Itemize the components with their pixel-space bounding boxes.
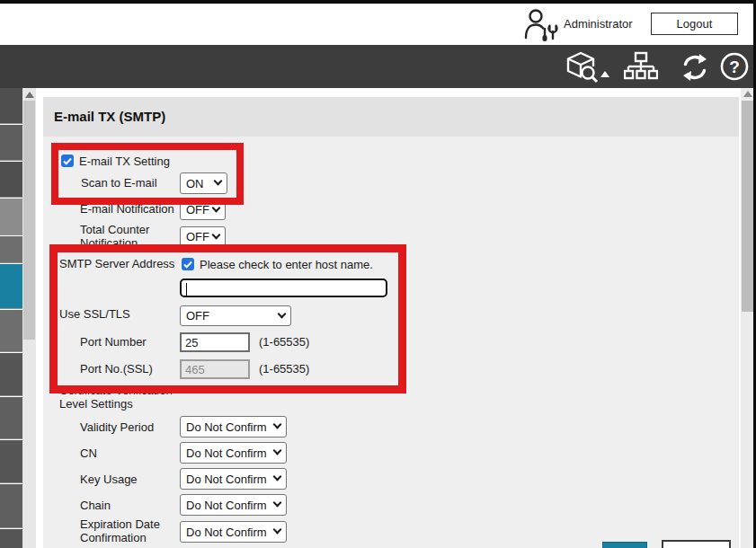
port-ssl-input — [180, 359, 250, 379]
svg-text:?: ? — [729, 57, 740, 76]
chevron-down-icon — [278, 309, 287, 318]
sidebar-item-active[interactable] — [0, 264, 22, 309]
expiration-date-confirmation-select[interactable]: Do Not Confirm — [180, 521, 287, 543]
chevron-down-icon — [212, 203, 221, 212]
hostname-checkbox[interactable] — [182, 258, 194, 270]
key-usage-value: Do Not Confirm — [186, 473, 267, 486]
sidebar-item[interactable] — [0, 353, 22, 396]
help-icon[interactable]: ? — [719, 51, 750, 82]
secondary-button-partial[interactable] — [662, 540, 731, 548]
text-caret — [186, 283, 187, 296]
chevron-down-icon — [273, 420, 282, 429]
chain-label: Chain — [80, 499, 111, 513]
email-tx-setting-label: E-mail TX Setting — [79, 155, 170, 169]
scan-to-email-value: ON — [186, 177, 204, 190]
sidebar-item[interactable] — [0, 440, 22, 483]
sidebar-item[interactable] — [0, 88, 22, 124]
email-notification-value: OFF — [186, 203, 209, 217]
chevron-down-icon — [273, 473, 282, 482]
port-ssl-range: (1-65535) — [259, 363, 309, 376]
total-counter-notification-select[interactable]: OFF — [180, 226, 226, 247]
main-scrollbar-thumb[interactable] — [742, 101, 753, 312]
sidebar-item[interactable] — [0, 162, 22, 198]
hostname-note: Please check to enter host name. — [200, 259, 373, 272]
chevron-down-icon — [273, 446, 282, 455]
administrator-label: Administrator — [564, 17, 633, 31]
validity-period-value: Do Not Confirm — [186, 420, 267, 434]
device-search-icon[interactable] — [564, 49, 601, 85]
chevron-down-icon — [214, 177, 223, 186]
port-number-range: (1-65535) — [259, 336, 309, 349]
page-header — [0, 4, 756, 45]
scan-to-email-select[interactable]: ON — [180, 172, 227, 194]
chain-select[interactable]: Do Not Confirm — [180, 494, 287, 516]
expiration-date-confirmation-label: Expiration Date Confirmation — [80, 518, 183, 544]
page-title: E-mail TX (SMTP) — [54, 109, 165, 124]
scan-to-email-label: Scan to E-mail — [81, 177, 157, 190]
email-notification-select[interactable]: OFF — [180, 199, 226, 220]
validity-period-label: Validity Period — [80, 421, 154, 435]
email-notification-label: E-mail Notification — [80, 203, 174, 217]
chevron-down-icon — [273, 526, 282, 535]
port-ssl-label: Port No.(SSL) — [80, 363, 153, 376]
total-counter-notification-label: Total Counter Notification — [80, 224, 177, 250]
sidebar-item[interactable] — [0, 397, 22, 439]
administrator-tools-icon — [523, 7, 561, 41]
smtp-server-input[interactable] — [180, 278, 387, 297]
use-ssl-tls-value: OFF — [186, 309, 209, 323]
sidebar-item[interactable] — [0, 310, 22, 352]
use-ssl-tls-label: Use SSL/TLS — [59, 308, 130, 322]
chevron-down-icon — [212, 230, 221, 239]
chain-value: Do Not Confirm — [186, 499, 267, 512]
smtp-server-address-label: SMTP Server Address — [59, 258, 174, 271]
key-usage-label: Key Usage — [80, 473, 138, 487]
key-usage-select[interactable]: Do Not Confirm — [180, 468, 287, 490]
sidebar-item[interactable] — [0, 484, 22, 528]
port-number-input[interactable] — [180, 332, 250, 352]
expiration-date-confirmation-value: Do Not Confirm — [186, 526, 267, 539]
main-scroll-up-icon[interactable] — [743, 91, 752, 97]
device-dropdown-arrow-icon[interactable] — [600, 71, 609, 77]
validity-period-select[interactable]: Do Not Confirm — [180, 416, 287, 438]
primary-button-partial[interactable] — [602, 542, 647, 548]
logout-button[interactable]: Logout — [651, 13, 738, 35]
total-counter-notification-value: OFF — [186, 230, 209, 243]
cn-select[interactable]: Do Not Confirm — [180, 442, 287, 464]
network-tree-icon[interactable] — [624, 51, 658, 82]
nav-scrollbar-thumb[interactable] — [23, 101, 35, 340]
nav-scroll-up-icon[interactable] — [25, 92, 34, 98]
cn-value: Do Not Confirm — [186, 446, 267, 460]
sidebar-item[interactable] — [0, 529, 22, 548]
email-tx-setting-checkbox[interactable] — [61, 155, 74, 167]
cn-label: CN — [80, 447, 97, 461]
sidebar-item[interactable] — [0, 125, 22, 161]
certificate-verification-section-label: Certificate Verification Level Settings — [59, 384, 194, 411]
chevron-down-icon — [273, 499, 282, 508]
sidebar-item[interactable] — [0, 236, 22, 263]
use-ssl-tls-select[interactable]: OFF — [180, 305, 291, 326]
refresh-icon[interactable] — [680, 52, 710, 83]
sidebar-item[interactable] — [0, 199, 22, 235]
port-number-label: Port Number — [80, 336, 147, 349]
